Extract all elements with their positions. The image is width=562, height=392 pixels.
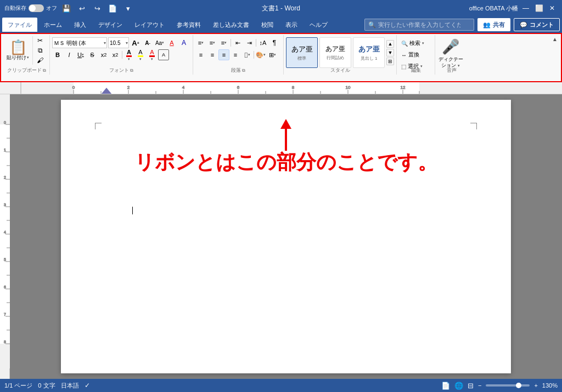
maximize-button[interactable]: ⬜	[533, 3, 544, 14]
qat-new[interactable]: 📄	[106, 2, 119, 14]
document-page[interactable]: リボンとはこの部分のことです。	[61, 100, 511, 373]
font-shrink-button[interactable]: A-	[142, 37, 153, 48]
char-border-button[interactable]: A	[158, 49, 169, 60]
dictation-button[interactable]: 🎤	[442, 38, 459, 55]
strikethrough-button[interactable]: S	[87, 49, 98, 60]
qat-undo[interactable]: ↩	[76, 2, 88, 14]
zoom-in-button[interactable]: +	[534, 382, 537, 389]
svg-text:2: 2	[4, 175, 6, 179]
replace-icon: ↔	[401, 52, 407, 58]
menu-file[interactable]: ファイル	[2, 18, 37, 32]
shading-button[interactable]: 🎨▾	[255, 49, 266, 60]
multilevel-list-button[interactable]: ≡▾	[218, 37, 229, 48]
corner-mark-tr	[470, 123, 477, 129]
menu-help[interactable]: ヘルプ	[304, 18, 333, 32]
para-row-2: ≡ ≡ ≡ ≡ ⌷▾ 🎨▾ ⊞▾	[195, 49, 280, 60]
case-button[interactable]: Aa▾	[154, 37, 165, 48]
bold-button[interactable]: B	[52, 49, 63, 60]
columns-button[interactable]: ⌷▾	[241, 49, 252, 60]
search-box[interactable]: 🔍	[364, 19, 474, 31]
font-grow-button[interactable]: A+	[130, 37, 141, 48]
comment-button[interactable]: 💬 コメント	[514, 18, 560, 31]
para-expand[interactable]: ⧉	[242, 68, 245, 73]
format-painter-button[interactable]: 🖌	[34, 56, 46, 65]
indent-less-button[interactable]: ⇤	[232, 37, 243, 48]
bullet-list-button[interactable]: ≡▾	[195, 37, 206, 48]
replace-label: 置換	[408, 51, 419, 59]
menu-design[interactable]: デザイン	[93, 18, 128, 32]
qat-redo[interactable]: ↪	[91, 2, 103, 14]
align-center-button[interactable]: ≡	[207, 49, 218, 60]
ruler-area: 0 2 4 6 8 10 12	[0, 82, 562, 94]
autosave-label: 自動保存	[4, 4, 26, 12]
menu-layout[interactable]: レイアウト	[129, 18, 170, 32]
styles-group: あア亜 標準 あア亜 行間詰め あア亜 見出し 1 ▲ ▼ ⊞ スタイ	[284, 35, 397, 75]
close-button[interactable]: ✕	[547, 3, 558, 14]
justify-button[interactable]: ≡	[230, 49, 241, 60]
cut-button[interactable]: ✂	[34, 36, 46, 45]
paragraph-label: 段落 ⧉	[193, 67, 283, 74]
paste-button[interactable]: 📋 貼り付け▾	[4, 36, 31, 65]
word-count: 0 文字	[38, 382, 55, 390]
zoom-level[interactable]: 130%	[542, 382, 558, 389]
align-right-button[interactable]: ≡	[218, 49, 229, 60]
borders-button[interactable]: ⊞▾	[267, 49, 278, 60]
replace-button[interactable]: ↔ 置換	[399, 50, 432, 60]
style-compact[interactable]: あア亜 行間詰め	[319, 37, 351, 68]
share-button[interactable]: 👥 共有	[477, 18, 510, 31]
layout-print-icon[interactable]: 📄	[441, 382, 450, 390]
font-group: ＭＳ 明朝 (本 10.5 A+ A- Aa▾ A A	[50, 35, 193, 75]
menu-references[interactable]: 参考資料	[171, 18, 206, 32]
underline-button[interactable]: U▾	[75, 49, 86, 60]
numbered-list-button[interactable]: ≡▾	[207, 37, 218, 48]
font-expand[interactable]: ⧉	[130, 68, 133, 73]
zoom-out-button[interactable]: −	[478, 382, 481, 389]
show-marks-button[interactable]: ¶	[269, 37, 280, 48]
minimize-button[interactable]: —	[520, 3, 531, 14]
italic-button[interactable]: I	[64, 49, 75, 60]
style-expand[interactable]: ⊞	[386, 58, 394, 65]
svg-text:2: 2	[127, 85, 130, 90]
style-heading1[interactable]: あア亜 見出し 1	[353, 37, 385, 68]
superscript-button[interactable]: x2	[110, 49, 121, 60]
autosave-toggle[interactable]	[29, 4, 44, 12]
text-shading-button[interactable]: A ▾	[147, 49, 158, 60]
svg-text:0: 0	[4, 121, 6, 124]
style-h1-label: 見出し 1	[361, 55, 378, 61]
layout-web-icon[interactable]: 🌐	[454, 382, 463, 390]
font-name-wrapper: ＭＳ 明朝 (本	[52, 37, 107, 48]
sort-button[interactable]: ↕A	[257, 37, 268, 48]
menu-insert[interactable]: 挿入	[69, 18, 92, 32]
align-left-button[interactable]: ≡	[195, 49, 206, 60]
title-left: 自動保存 オフ 💾 ↩ ↪ 📄 ▾	[4, 2, 134, 14]
menu-view[interactable]: 表示	[280, 18, 303, 32]
font-size-select[interactable]: 10.5	[108, 37, 129, 48]
svg-text:4: 4	[4, 230, 6, 234]
indent-more-button[interactable]: ⇥	[244, 37, 255, 48]
font-color-button[interactable]: A ▾	[123, 49, 134, 60]
style-scroll-down[interactable]: ▼	[386, 49, 394, 56]
qat-dropdown[interactable]: ▾	[122, 2, 134, 14]
menu-review[interactable]: 校閲	[256, 18, 279, 32]
subscript-button[interactable]: x2	[98, 49, 109, 60]
text-effects-button[interactable]: A	[178, 37, 189, 48]
highlight-button[interactable]: A ▾	[135, 49, 146, 60]
ribbon-collapse-button[interactable]: ▲	[551, 35, 559, 75]
menu-home[interactable]: ホーム	[38, 18, 68, 32]
font-name-select[interactable]: ＭＳ 明朝 (本	[52, 37, 107, 48]
zoom-slider[interactable]	[486, 384, 530, 387]
style-normal[interactable]: あア亜 標準	[286, 37, 318, 68]
style-h1-text: あア亜	[358, 44, 380, 54]
comment-label: コメント	[530, 21, 554, 29]
style-scroll-up[interactable]: ▲	[386, 40, 394, 48]
qat-save[interactable]: 💾	[60, 2, 72, 14]
comment-icon: 💬	[520, 21, 527, 29]
search-input[interactable]	[378, 21, 460, 28]
clipboard-expand[interactable]: ⧉	[43, 68, 46, 73]
clear-format-button[interactable]: A	[166, 37, 177, 48]
menu-mailings[interactable]: 差し込み文書	[207, 18, 255, 32]
search-button[interactable]: 🔍 検索 ▾	[399, 38, 432, 48]
copy-button[interactable]: ⧉	[34, 46, 46, 55]
document-area[interactable]: リボンとはこの部分のことです。	[10, 94, 562, 379]
focus-mode-icon[interactable]: ⊟	[468, 382, 474, 390]
